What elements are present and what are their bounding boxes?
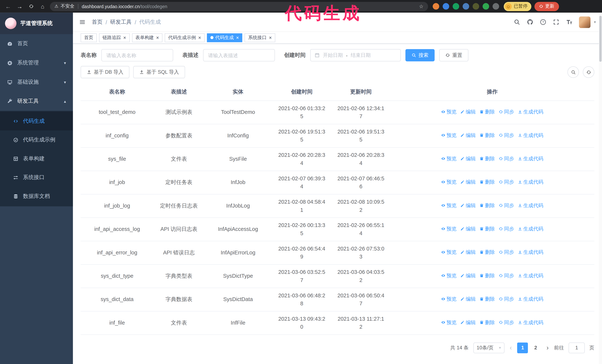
sidebar-item-home[interactable]: 首页 bbox=[0, 34, 73, 53]
user-avatar[interactable] bbox=[579, 16, 591, 28]
action-generate[interactable]: 生成代码 bbox=[518, 155, 543, 162]
browser-home-button[interactable]: ⌂ bbox=[38, 2, 47, 10]
action-sync[interactable]: 同步 bbox=[499, 155, 514, 162]
github-icon[interactable] bbox=[527, 19, 533, 25]
close-icon[interactable]: × bbox=[269, 35, 272, 40]
action-generate[interactable]: 生成代码 bbox=[518, 319, 543, 326]
action-delete[interactable]: 删除 bbox=[480, 202, 495, 209]
table-row[interactable]: inf_api_error_logAPI 错误日志InfApiErrorLog2… bbox=[81, 241, 594, 264]
action-edit[interactable]: 编辑 bbox=[460, 225, 476, 233]
action-sync[interactable]: 同步 bbox=[499, 178, 514, 186]
sidebar-item-infra[interactable]: 基础设施▾ bbox=[0, 73, 73, 92]
action-sync[interactable]: 同步 bbox=[499, 272, 514, 279]
action-preview[interactable]: 预览 bbox=[441, 319, 457, 326]
extension-puzzle-icon[interactable] bbox=[493, 3, 499, 10]
date-range-picker[interactable]: 开始日期 - 结束日期 bbox=[310, 49, 401, 61]
action-preview[interactable]: 预览 bbox=[441, 178, 457, 186]
tab-system-api[interactable]: 系统接口× bbox=[245, 33, 275, 42]
tab-codegen[interactable]: 代码生成× bbox=[207, 33, 242, 42]
reset-button[interactable]: 重置 bbox=[439, 49, 468, 61]
prev-page-button[interactable]: ‹ bbox=[509, 344, 513, 351]
tab-codegen-example[interactable]: 代码生成示例× bbox=[165, 33, 205, 42]
tab-tracer[interactable]: 链路追踪× bbox=[99, 33, 130, 42]
action-generate[interactable]: 生成代码 bbox=[518, 108, 543, 115]
action-delete[interactable]: 删除 bbox=[480, 178, 495, 186]
close-icon[interactable]: × bbox=[198, 35, 201, 40]
action-sync[interactable]: 同步 bbox=[499, 319, 514, 326]
action-edit[interactable]: 编辑 bbox=[460, 108, 476, 115]
profile-paused-badge[interactable]: ☺ 已暂停 bbox=[504, 2, 531, 11]
page-size-select[interactable]: 10条/页 ▾ bbox=[473, 342, 504, 353]
action-sync[interactable]: 同步 bbox=[499, 202, 514, 209]
table-row[interactable]: inf_config参数配置表InfConfig2021-02-06 19:51… bbox=[81, 124, 594, 147]
action-edit[interactable]: 编辑 bbox=[460, 319, 476, 326]
goto-page-input[interactable] bbox=[569, 342, 585, 353]
app-logo[interactable]: 芋道管理系统 bbox=[0, 13, 73, 34]
action-delete[interactable]: 删除 bbox=[480, 319, 495, 326]
action-generate[interactable]: 生成代码 bbox=[518, 272, 543, 279]
breadcrumb-item[interactable]: 首页 bbox=[92, 19, 102, 25]
tab-form-builder[interactable]: 表单构建× bbox=[132, 33, 162, 42]
action-edit[interactable]: 编辑 bbox=[460, 295, 476, 303]
sidebar-item-form-builder[interactable]: 表单构建 bbox=[0, 149, 73, 168]
action-delete[interactable]: 删除 bbox=[480, 295, 495, 303]
action-edit[interactable]: 编辑 bbox=[460, 249, 476, 256]
action-sync[interactable]: 同步 bbox=[499, 225, 514, 233]
action-delete[interactable]: 删除 bbox=[480, 131, 495, 139]
browser-forward-button[interactable]: → bbox=[15, 2, 24, 10]
action-preview[interactable]: 预览 bbox=[441, 225, 457, 233]
action-delete[interactable]: 删除 bbox=[480, 108, 495, 115]
action-edit[interactable]: 编辑 bbox=[460, 202, 476, 209]
search-button[interactable]: 搜索 bbox=[406, 49, 435, 61]
import-sql-button[interactable]: 基于 SQL 导入 bbox=[133, 66, 185, 78]
sidebar-item-system[interactable]: 系统管理▾ bbox=[0, 53, 73, 73]
extension-status-icon[interactable] bbox=[473, 3, 479, 10]
action-preview[interactable]: 预览 bbox=[441, 295, 457, 303]
table-row[interactable]: inf_job_log定时任务日志表InfJobLog2021-02-08 04… bbox=[81, 194, 594, 217]
action-generate[interactable]: 生成代码 bbox=[518, 295, 543, 303]
url-text[interactable]: dashboard.yudao.iocoder.cn/tool/codegen bbox=[82, 4, 417, 9]
action-preview[interactable]: 预览 bbox=[441, 202, 457, 209]
action-edit[interactable]: 编辑 bbox=[460, 272, 476, 279]
fullscreen-icon[interactable] bbox=[553, 19, 559, 25]
action-preview[interactable]: 预览 bbox=[441, 249, 457, 256]
table-row[interactable]: inf_api_access_logAPI 访问日志表InfApiAccessL… bbox=[81, 218, 594, 241]
page-button-1[interactable]: 1 bbox=[517, 342, 528, 353]
chrome-update-button[interactable]: 更新 bbox=[534, 2, 559, 11]
action-delete[interactable]: 删除 bbox=[480, 249, 495, 256]
sidebar-fold-icon[interactable] bbox=[79, 19, 86, 25]
import-db-button[interactable]: 基于 DB 导入 bbox=[81, 66, 129, 78]
close-icon[interactable]: × bbox=[236, 35, 239, 40]
scrollbar-thumb[interactable] bbox=[599, 16, 602, 62]
action-edit[interactable]: 编辑 bbox=[460, 131, 476, 139]
action-preview[interactable]: 预览 bbox=[441, 108, 457, 115]
action-sync[interactable]: 同步 bbox=[499, 131, 514, 139]
browser-reload-button[interactable] bbox=[27, 2, 35, 10]
extension-check-icon[interactable] bbox=[453, 3, 459, 10]
action-preview[interactable]: 预览 bbox=[441, 155, 457, 162]
sidebar-item-db-doc[interactable]: 数据库文档 bbox=[0, 187, 73, 206]
action-generate[interactable]: 生成代码 bbox=[518, 131, 543, 139]
action-generate[interactable]: 生成代码 bbox=[518, 178, 543, 186]
table-row[interactable]: inf_job定时任务表InfJob2021-02-07 06:39:34202… bbox=[81, 171, 594, 194]
extension-users-icon[interactable] bbox=[463, 3, 469, 10]
action-sync[interactable]: 同步 bbox=[499, 249, 514, 256]
breadcrumb-item[interactable]: 研发工具 bbox=[110, 19, 132, 25]
action-generate[interactable]: 生成代码 bbox=[518, 202, 543, 209]
table-name-input[interactable] bbox=[101, 49, 173, 61]
action-generate[interactable]: 生成代码 bbox=[518, 249, 543, 256]
table-desc-input[interactable] bbox=[203, 49, 275, 61]
action-sync[interactable]: 同步 bbox=[499, 108, 514, 115]
tab-home[interactable]: 首页 bbox=[81, 33, 97, 42]
toggle-search-button[interactable] bbox=[567, 66, 579, 78]
font-size-icon[interactable] bbox=[566, 19, 572, 25]
scrollbar[interactable] bbox=[599, 13, 602, 364]
action-edit[interactable]: 编辑 bbox=[460, 155, 476, 162]
action-preview[interactable]: 预览 bbox=[441, 131, 457, 139]
refresh-table-button[interactable] bbox=[583, 66, 594, 78]
action-delete[interactable]: 删除 bbox=[480, 225, 495, 233]
sidebar-item-codegen-example[interactable]: 代码生成示例 bbox=[0, 130, 73, 149]
table-row[interactable]: inf_file文件表InfFile2021-03-13 09:43:20202… bbox=[81, 311, 594, 334]
extension-leaf-icon[interactable] bbox=[483, 3, 489, 10]
sidebar-item-system-api[interactable]: 系统接口 bbox=[0, 168, 73, 187]
